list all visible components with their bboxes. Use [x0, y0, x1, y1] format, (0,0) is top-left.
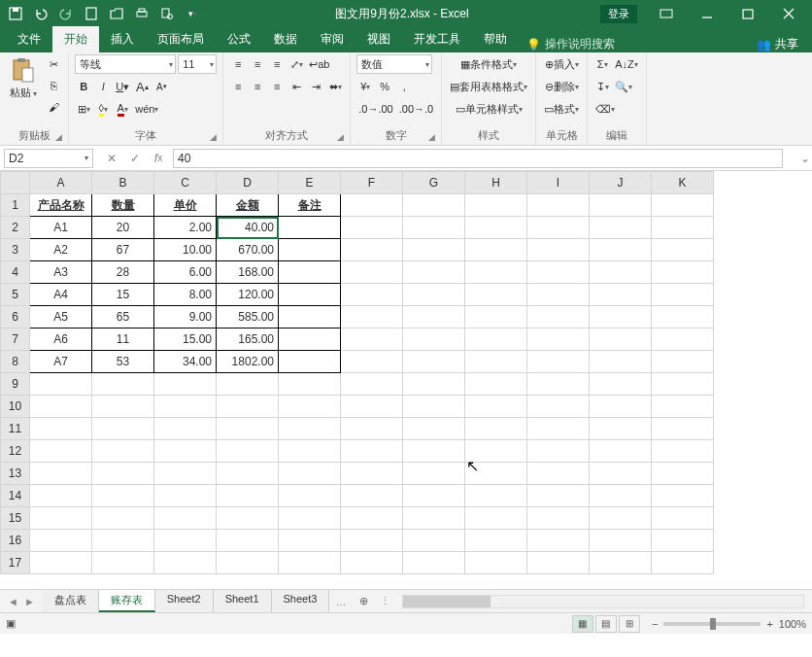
share-button[interactable]: 👥共享 [749, 36, 806, 52]
cell[interactable] [341, 373, 403, 396]
row-header[interactable]: 9 [1, 373, 30, 396]
login-button[interactable]: 登录 [600, 5, 637, 23]
tab-review[interactable]: 审阅 [309, 26, 355, 52]
cell[interactable] [279, 261, 341, 284]
cell[interactable]: 165.00 [217, 328, 279, 351]
cell[interactable] [217, 530, 279, 552]
cell[interactable] [652, 328, 714, 351]
cell[interactable] [527, 485, 590, 507]
cell[interactable]: 10.00 [154, 239, 217, 261]
cell[interactable] [279, 485, 341, 507]
open-icon[interactable] [105, 2, 128, 25]
row-header[interactable]: 1 [1, 194, 30, 217]
cell[interactable] [217, 440, 279, 463]
cell[interactable] [403, 373, 465, 396]
tab-developer[interactable]: 开发工具 [402, 26, 472, 52]
cell[interactable] [92, 373, 154, 396]
cell[interactable]: 67 [92, 239, 154, 261]
cell[interactable]: A1 [30, 217, 92, 239]
cell[interactable] [652, 552, 714, 574]
align-bottom-icon[interactable]: ≡ [268, 54, 286, 74]
cell[interactable] [341, 261, 403, 284]
cell[interactable] [527, 306, 590, 328]
cell[interactable] [341, 351, 403, 373]
cell[interactable] [590, 328, 652, 351]
cell[interactable]: A4 [30, 284, 92, 306]
cell[interactable]: 53 [92, 351, 154, 373]
cell[interactable] [279, 463, 341, 485]
col-header[interactable]: D [217, 172, 279, 194]
sheet-tab[interactable]: 盘点表 [43, 590, 99, 612]
new-sheet-button[interactable]: ⊕ [352, 595, 376, 607]
cell[interactable] [403, 239, 465, 261]
cell[interactable] [154, 373, 217, 396]
cell[interactable] [279, 328, 341, 351]
cell[interactable]: 2.00 [154, 217, 217, 239]
font-launcher-icon[interactable]: ◢ [207, 132, 219, 144]
row-header[interactable]: 14 [1, 485, 30, 507]
cell[interactable] [652, 507, 714, 530]
cell[interactable] [217, 507, 279, 530]
cell[interactable] [590, 373, 652, 396]
cell[interactable] [403, 194, 465, 217]
cell[interactable] [652, 485, 714, 507]
row-header[interactable]: 2 [1, 217, 30, 239]
align-right-icon[interactable]: ≡ [268, 77, 286, 96]
cut-icon[interactable]: ✂ [45, 54, 62, 74]
cell[interactable] [217, 552, 279, 574]
align-left-icon[interactable]: ≡ [229, 77, 247, 96]
cell[interactable] [590, 530, 652, 552]
cell[interactable] [590, 396, 652, 418]
redo-icon[interactable] [54, 2, 78, 25]
underline-button[interactable]: U ▾ [114, 77, 131, 96]
cell[interactable] [92, 463, 154, 485]
cell[interactable] [30, 396, 92, 418]
cell[interactable] [279, 530, 341, 552]
cell[interactable] [341, 194, 403, 217]
cell[interactable] [154, 485, 217, 507]
sheet-tab[interactable]: Sheet1 [214, 590, 272, 612]
cell[interactable] [279, 351, 341, 373]
cell[interactable] [217, 485, 279, 507]
cell[interactable] [279, 507, 341, 530]
cell[interactable]: 6.00 [154, 261, 217, 284]
tell-me[interactable]: 💡操作说明搜索 [519, 36, 623, 52]
cell[interactable] [154, 463, 217, 485]
cell[interactable] [652, 351, 714, 373]
tab-view[interactable]: 视图 [355, 26, 402, 52]
cell[interactable] [341, 306, 403, 328]
cell[interactable] [154, 530, 217, 552]
cell[interactable]: 单价 [154, 194, 217, 217]
cell[interactable] [465, 530, 527, 552]
cell[interactable] [30, 507, 92, 530]
cell[interactable]: 40.00 [217, 217, 279, 239]
cell[interactable]: 34.00 [154, 351, 217, 373]
tab-data[interactable]: 数据 [262, 26, 309, 52]
phonetic-button[interactable]: wén [133, 99, 160, 119]
merge-center-icon[interactable]: ⬌ [326, 77, 344, 96]
cell[interactable]: 11 [92, 328, 154, 351]
cell[interactable] [590, 306, 652, 328]
cell[interactable]: A3 [30, 261, 92, 284]
row-header[interactable]: 8 [1, 351, 30, 373]
zoom-slider[interactable] [663, 622, 761, 626]
cell[interactable]: 20 [92, 217, 154, 239]
cancel-icon[interactable]: ✕ [101, 149, 122, 168]
cell[interactable]: 产品名称 [30, 194, 92, 217]
cell[interactable] [652, 217, 714, 239]
cell[interactable] [465, 284, 527, 306]
cell[interactable] [30, 485, 92, 507]
cell[interactable] [465, 463, 527, 485]
row-header[interactable]: 17 [1, 552, 30, 574]
fill-icon[interactable]: ↧ [593, 77, 611, 96]
cell[interactable] [403, 507, 465, 530]
cell[interactable] [465, 239, 527, 261]
bold-button[interactable]: B [75, 77, 92, 96]
cell[interactable]: 28 [92, 261, 154, 284]
qat-customize-icon[interactable]: ▾ [181, 2, 204, 25]
cell[interactable] [341, 530, 403, 552]
tab-home[interactable]: 开始 [52, 26, 99, 52]
cell[interactable] [154, 418, 217, 440]
zoom-level[interactable]: 100% [779, 618, 806, 630]
cell[interactable] [30, 530, 92, 552]
